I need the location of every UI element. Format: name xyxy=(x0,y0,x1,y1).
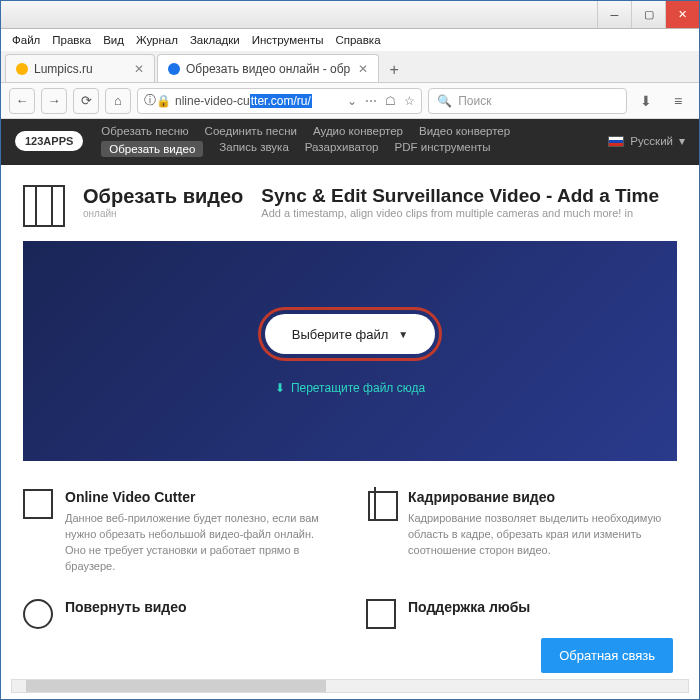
menu-unarchiver[interactable]: Разархиватор xyxy=(305,141,379,157)
film-cut-icon xyxy=(23,185,65,227)
feature-title: Кадрирование видео xyxy=(408,489,677,505)
more-icon[interactable]: ⋯ xyxy=(365,94,377,108)
language-label: Русский xyxy=(630,135,673,147)
back-button[interactable]: ← xyxy=(9,88,35,114)
forward-button[interactable]: → xyxy=(41,88,67,114)
upload-area[interactable]: Выберите файл ▼ ⬇ Перетащите файл сюда xyxy=(23,241,677,461)
favicon-icon xyxy=(16,63,28,75)
chevron-down-icon: ▾ xyxy=(679,134,685,148)
reload-button[interactable]: ⟳ xyxy=(73,88,99,114)
minimize-button[interactable]: ─ xyxy=(597,1,631,28)
menu-help[interactable]: Справка xyxy=(330,32,385,48)
favicon-icon xyxy=(168,63,180,75)
shield-icon[interactable]: ☖ xyxy=(385,94,396,108)
new-tab-button[interactable]: + xyxy=(381,58,407,82)
page-content: 123APPS Обрезать песню Соединить песни А… xyxy=(1,119,699,699)
menu-view[interactable]: Вид xyxy=(98,32,129,48)
page-title: Обрезать видео xyxy=(83,185,243,208)
downloads-button[interactable]: ⬇ xyxy=(633,88,659,114)
tab-title: Обрезать видео онлайн - обр xyxy=(186,62,350,76)
horizontal-scrollbar[interactable] xyxy=(11,679,689,693)
url-text-highlight: tter.com/ru/ xyxy=(250,94,312,108)
site-logo[interactable]: 123APPS xyxy=(15,131,83,151)
choose-file-button[interactable]: Выберите файл ▼ xyxy=(265,314,435,354)
menu-edit[interactable]: Правка xyxy=(47,32,96,48)
features-row-1: Online Video Cutter Данное веб-приложени… xyxy=(1,461,699,575)
tab-lumpics[interactable]: Lumpics.ru ✕ xyxy=(5,54,155,82)
tab-video-cutter[interactable]: Обрезать видео онлайн - обр ✕ xyxy=(157,54,379,82)
info-icon[interactable]: ⓘ xyxy=(144,92,156,109)
tab-close-icon[interactable]: ✕ xyxy=(350,62,368,76)
highlight-annotation: Выберите файл ▼ xyxy=(258,307,442,361)
rotate-icon xyxy=(23,599,53,629)
browser-window: ─ ▢ ✕ Файл Правка Вид Журнал Закладки Ин… xyxy=(0,0,700,700)
crop-icon xyxy=(366,489,396,519)
drop-hint: ⬇ Перетащите файл сюда xyxy=(275,381,425,395)
page-header: Обрезать видео онлайн Sync & Edit Survei… xyxy=(1,165,699,241)
bookmark-star-icon[interactable]: ☆ xyxy=(404,94,415,108)
support-icon xyxy=(366,599,396,629)
language-selector[interactable]: Русский ▾ xyxy=(608,134,685,148)
menu-record-audio[interactable]: Запись звука xyxy=(219,141,289,157)
dropdown-icon[interactable]: ⌄ xyxy=(347,94,357,108)
menu-audio-converter[interactable]: Аудио конвертер xyxy=(313,125,403,137)
menu-join-songs[interactable]: Соединить песни xyxy=(205,125,297,137)
site-navbar: 123APPS Обрезать песню Соединить песни А… xyxy=(1,119,699,165)
menubar: Файл Правка Вид Журнал Закладки Инструме… xyxy=(1,29,699,51)
feedback-button[interactable]: Обратная связь xyxy=(541,638,673,673)
feature-text: Кадрирование позволяет выделить необходи… xyxy=(408,511,677,559)
menu-video-converter[interactable]: Видео конвертер xyxy=(419,125,510,137)
feature-title: Online Video Cutter xyxy=(65,489,334,505)
menu-tools[interactable]: Инструменты xyxy=(247,32,329,48)
titlebar: ─ ▢ ✕ xyxy=(1,1,699,29)
maximize-button[interactable]: ▢ xyxy=(631,1,665,28)
search-icon: 🔍 xyxy=(437,94,452,108)
download-icon: ⬇ xyxy=(275,381,285,395)
features-row-2: Повернуть видео Поддержка любы xyxy=(1,575,699,629)
hamburger-menu-button[interactable]: ≡ xyxy=(665,88,691,114)
ad-block[interactable]: Sync & Edit Surveillance Video - Add a T… xyxy=(261,185,677,219)
menu-cut-video[interactable]: Обрезать видео xyxy=(101,141,203,157)
choose-file-label: Выберите файл xyxy=(292,327,388,342)
menu-history[interactable]: Журнал xyxy=(131,32,183,48)
tab-bar: Lumpics.ru ✕ Обрезать видео онлайн - обр… xyxy=(1,51,699,83)
page-subtitle: онлайн xyxy=(83,208,243,219)
home-button[interactable]: ⌂ xyxy=(105,88,131,114)
url-bar[interactable]: ⓘ 🔒 nline-video-cutter.com/ru/ ⌄ ⋯ ☖ ☆ xyxy=(137,88,422,114)
close-button[interactable]: ✕ xyxy=(665,1,699,28)
menu-bookmarks[interactable]: Закладки xyxy=(185,32,245,48)
lock-icon: 🔒 xyxy=(156,94,171,108)
menu-file[interactable]: Файл xyxy=(7,32,45,48)
tab-title: Lumpics.ru xyxy=(34,62,93,76)
search-placeholder: Поиск xyxy=(458,94,491,108)
drop-hint-text: Перетащите файл сюда xyxy=(291,381,425,395)
search-input[interactable]: 🔍 Поиск xyxy=(428,88,627,114)
ad-title: Sync & Edit Surveillance Video - Add a T… xyxy=(261,185,677,207)
feature-title: Повернуть видео xyxy=(65,599,187,623)
ad-subtitle: Add a timestamp, align video clips from … xyxy=(261,207,677,219)
flag-ru-icon xyxy=(608,136,624,147)
tab-close-icon[interactable]: ✕ xyxy=(126,62,144,76)
feature-title: Поддержка любы xyxy=(408,599,530,623)
url-text-pre: nline-video-cu xyxy=(175,94,250,108)
feature-text: Данное веб-приложение будет полезно, есл… xyxy=(65,511,334,575)
film-icon xyxy=(23,489,53,519)
site-menu: Обрезать песню Соединить песни Аудио кон… xyxy=(101,125,521,157)
scrollbar-thumb[interactable] xyxy=(26,680,326,692)
toolbar: ← → ⟳ ⌂ ⓘ 🔒 nline-video-cutter.com/ru/ ⌄… xyxy=(1,83,699,119)
menu-cut-song[interactable]: Обрезать песню xyxy=(101,125,188,137)
menu-pdf-tools[interactable]: PDF инструменты xyxy=(395,141,491,157)
caret-down-icon[interactable]: ▼ xyxy=(398,329,408,340)
